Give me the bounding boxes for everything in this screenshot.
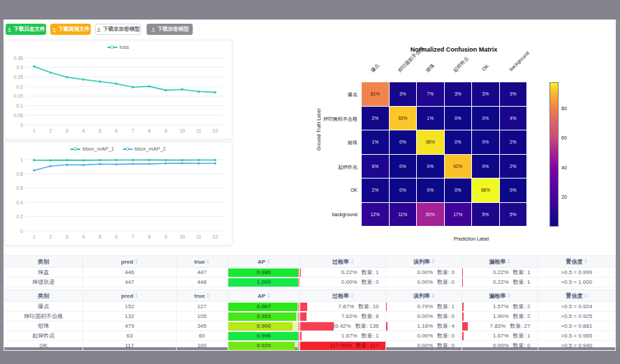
matrix-cell: 81%	[362, 82, 389, 106]
table-row: 熔珠4793450.90039.42%数量: 1361.16%数量: 47.83…	[4, 321, 616, 331]
cell-confidence: >0.5 = 0.925	[538, 312, 615, 321]
sort-icon[interactable]: ▲▼	[431, 293, 434, 298]
loss-chart-card: loss 00.050.10.150.20.250.30.35123456789…	[4, 40, 232, 139]
colorbar-tick: 60	[561, 135, 567, 140]
miss-bar: 0.22%数量: 1	[462, 278, 538, 287]
download-icon	[7, 27, 12, 32]
svg-text:4: 4	[82, 128, 85, 133]
misjudge-bar: 0.00%数量: 0	[386, 268, 462, 277]
miss-bar: 0.00%数量: 0	[462, 341, 538, 350]
svg-text:0.2: 0.2	[16, 214, 23, 219]
legend-label: loss	[119, 44, 128, 50]
cell-true: 100	[176, 341, 228, 351]
colorbar-tick: 20	[561, 195, 567, 199]
sort-icon[interactable]: ▲▼	[584, 293, 587, 298]
svg-text:7: 7	[131, 234, 134, 239]
legend-label: bbox_mAP_1	[82, 146, 114, 152]
map-line-chart: 00.20.40.60.81123456789101112	[5, 154, 232, 242]
matrix-cell: 3%	[472, 82, 499, 106]
ap-bar: 0.967	[228, 302, 300, 311]
download-report-button[interactable]: 下载简报文件	[50, 24, 91, 35]
confusion-matrix-xlabel: Prediction Label	[415, 236, 527, 241]
column-header[interactable]: 过检率▲▼	[300, 290, 386, 302]
legend-item-bbox_mAP_1[interactable]: bbox_mAP_1	[71, 146, 114, 152]
matrix-cell: 96%	[417, 130, 444, 154]
column-header[interactable]: pred▲▼	[83, 290, 176, 302]
sort-icon[interactable]: ▲▼	[350, 259, 353, 264]
legend-item-loss[interactable]: loss	[108, 44, 128, 50]
sort-icon[interactable]: ▲▼	[350, 293, 353, 298]
matrix-cell: 3%	[390, 82, 417, 106]
column-header[interactable]: 误判率▲▼	[386, 290, 462, 302]
svg-text:0.4: 0.4	[16, 200, 23, 205]
map-chart-card: bbox_mAP_1bbox_mAP_2 00.20.40.60.8112345…	[4, 142, 232, 245]
overkill-bar: 0.00%数量: 0	[300, 278, 385, 287]
column-header[interactable]: AP▲▼	[228, 290, 300, 302]
misjudge-bar: 0.00%数量: 0	[386, 278, 462, 287]
cell-true: 447	[176, 268, 228, 278]
sort-icon[interactable]: ▲▼	[508, 293, 510, 298]
matrix-column-label: 起焊炸点	[452, 55, 471, 74]
cell-confidence: >0.5 = 0.965	[538, 331, 615, 341]
cell-true: 448	[176, 278, 228, 287]
cell-true: 127	[176, 302, 228, 312]
overkill-bar: 7.62%数量: 8	[300, 312, 385, 321]
legend-item-bbox_mAP_2[interactable]: bbox_mAP_2	[123, 146, 166, 152]
sort-icon[interactable]: ▲▼	[508, 259, 510, 264]
download-icon	[52, 27, 57, 32]
sort-icon[interactable]: ▲▼	[584, 259, 587, 264]
matrix-cell: 98%	[472, 179, 499, 202]
sort-icon[interactable]: ▲▼	[267, 259, 270, 264]
matrix-cell: 4%	[500, 107, 527, 130]
sort-icon[interactable]: ▲▼	[206, 259, 209, 264]
svg-text:0.35: 0.35	[13, 56, 23, 61]
cell-pred: 117	[83, 341, 176, 351]
column-header[interactable]: pred▲▼	[83, 256, 176, 268]
download-log-button[interactable]: 下载日志文件	[6, 24, 46, 35]
column-header[interactable]: 过检率▲▼	[300, 256, 386, 268]
download-encrypted-model-label: 下载加密模型	[158, 26, 189, 33]
loss-line-chart: 00.050.10.150.20.250.30.3512345678910111…	[5, 52, 232, 136]
cell-class: OK	[4, 341, 83, 351]
svg-text:0.3: 0.3	[16, 65, 23, 70]
colorbar-tick: 40	[561, 165, 567, 170]
overkill-bar: 7.87%数量: 10	[300, 302, 385, 311]
download-plain-model-button[interactable]: 下载非加密模型	[95, 24, 141, 35]
sort-icon[interactable]: ▲▼	[267, 293, 270, 298]
matrix-cell: 0%	[472, 155, 499, 179]
column-header[interactable]: 置信度▲▼	[538, 290, 615, 302]
table-row: 焊盘4464470.9860.22%数量: 10.00%数量: 00.22%数量…	[4, 268, 616, 278]
svg-text:1: 1	[33, 234, 36, 239]
column-header[interactable]: 误判率▲▼	[386, 256, 462, 268]
cell-pred: 447	[83, 278, 176, 287]
sort-icon[interactable]: ▲▼	[135, 259, 138, 264]
miss-bar: 7.83%数量: 27	[462, 321, 538, 331]
matrix-cell: 0%	[417, 155, 444, 179]
column-header[interactable]: 漏检率▲▼	[462, 256, 538, 268]
matrix-cell: 0%	[472, 130, 499, 154]
legend-marker	[108, 45, 117, 50]
matrix-row-label: 熔珠	[302, 139, 357, 146]
cell-class: 焊缝轨迹	[4, 278, 83, 287]
sort-icon[interactable]: ▲▼	[431, 259, 434, 264]
column-header[interactable]: true▲▼	[176, 256, 228, 268]
column-header[interactable]: true▲▼	[176, 290, 228, 302]
matrix-cell: 0%	[472, 107, 499, 130]
download-icon	[96, 27, 101, 32]
matrix-cell: 2%	[362, 107, 389, 130]
map-chart-legend: bbox_mAP_1bbox_mAP_2	[5, 146, 232, 152]
ap-bar: 0.986	[228, 268, 300, 277]
matrix-cell: 2%	[500, 155, 527, 179]
sort-icon[interactable]: ▲▼	[135, 293, 138, 298]
column-header[interactable]: 置信度▲▼	[538, 256, 615, 268]
column-header[interactable]: AP▲▼	[228, 256, 300, 268]
sort-icon[interactable]: ▲▼	[206, 293, 209, 298]
svg-text:0: 0	[20, 229, 23, 234]
table-row: 起焊炸点63600.9961.67%数量: 10.00%数量: 01.67%数量…	[4, 331, 616, 341]
matrix-column-label: OK	[481, 63, 489, 72]
download-encrypted-model-button[interactable]: 下载加密模型	[147, 24, 193, 35]
cell-confidence: >0.5 = 1.000	[538, 278, 615, 287]
table-row: 焊缝轨迹4474481.0000.00%数量: 00.00%数量: 00.22%…	[4, 278, 616, 287]
column-header[interactable]: 漏检率▲▼	[462, 290, 538, 302]
cell-class: 爆点	[4, 302, 83, 312]
